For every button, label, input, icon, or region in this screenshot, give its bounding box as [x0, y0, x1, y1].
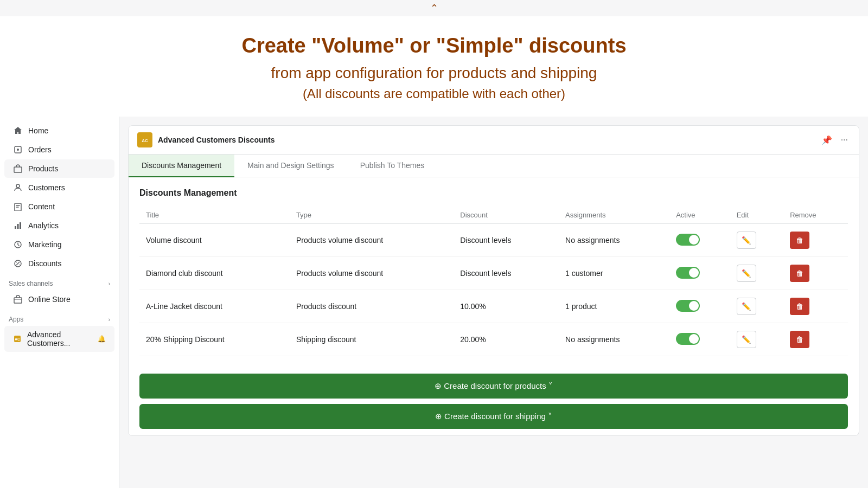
sidebar-item-analytics[interactable]: Analytics: [4, 216, 114, 235]
sidebar-item-products[interactable]: Products: [4, 159, 114, 178]
cell-discount-3: 20.00%: [454, 323, 559, 356]
tab-main-design-settings[interactable]: Main and Design Settings: [234, 155, 347, 177]
edit-button-1[interactable]: ✏️: [737, 265, 756, 282]
cell-title-1: Diamond club discount: [139, 257, 290, 290]
edit-button-0[interactable]: ✏️: [737, 232, 756, 249]
toggle-2[interactable]: [676, 300, 700, 312]
create-discount-shipping-button[interactable]: ⊕ Create discount for shipping ˅: [139, 404, 848, 429]
discounts-table: Title Type Discount Assignments Active E…: [139, 207, 848, 356]
hero-title-line2: from app configuration for products and …: [11, 65, 857, 82]
cell-active-2: [669, 290, 730, 323]
notification-bell-icon: 🔔: [98, 335, 106, 343]
discounts-icon: [13, 259, 23, 268]
analytics-icon: [13, 221, 23, 230]
create-discount-products-button[interactable]: ⊕ Create discount for products ˅: [139, 374, 848, 399]
content-icon: [13, 202, 23, 211]
sidebar-item-home[interactable]: Home: [4, 121, 114, 140]
sidebar-item-content[interactable]: Content: [4, 197, 114, 216]
chevron-icon: ›: [108, 281, 110, 287]
discounts-management-content: Discounts Management Title Type Discount…: [129, 177, 859, 367]
app-header-actions: 📌 ···: [819, 133, 850, 147]
discounts-management-title: Discounts Management: [139, 188, 848, 198]
remove-button-1[interactable]: 🗑: [790, 265, 809, 282]
toggle-1[interactable]: [676, 267, 700, 279]
edit-button-3[interactable]: ✏️: [737, 331, 756, 348]
cell-title-3: 20% Shipping Discount: [139, 323, 290, 356]
col-edit: Edit: [730, 207, 783, 224]
tab-discounts-management[interactable]: Discounts Management: [129, 155, 234, 177]
col-title: Title: [139, 207, 290, 224]
app-header: AC Advanced Customers Discounts 📌 ···: [129, 126, 859, 155]
table-row: Diamond club discount Products volume di…: [139, 257, 848, 290]
hero-section: Create "Volume" or "Simple" discounts fr…: [0, 16, 868, 117]
svg-rect-10: [14, 298, 22, 303]
cell-remove-1: 🗑: [783, 257, 848, 290]
remove-button-3[interactable]: 🗑: [790, 331, 809, 348]
toggle-3[interactable]: [676, 333, 700, 345]
sidebar-item-advanced-customers[interactable]: AC Advanced Customers... 🔔: [4, 326, 114, 352]
sidebar-item-orders[interactable]: Orders: [4, 140, 114, 159]
toggle-0[interactable]: [676, 234, 700, 246]
cell-type-0: Products volume discount: [290, 224, 454, 257]
tab-publish-themes[interactable]: Publish To Themes: [347, 155, 438, 177]
col-active: Active: [669, 207, 730, 224]
cell-remove-0: 🗑: [783, 224, 848, 257]
cell-discount-0: Discount levels: [454, 224, 559, 257]
main-layout: Home Orders Products Customers Content: [0, 117, 868, 488]
remove-button-2[interactable]: 🗑: [790, 298, 809, 315]
col-type: Type: [290, 207, 454, 224]
cell-title-2: A-Line Jacket discount: [139, 290, 290, 323]
table-row: 20% Shipping Discount Shipping discount …: [139, 323, 848, 356]
sidebar-item-marketing[interactable]: Marketing: [4, 235, 114, 254]
cell-remove-3: 🗑: [783, 323, 848, 356]
cell-edit-2: ✏️: [730, 290, 783, 323]
svg-rect-2: [14, 167, 22, 172]
cell-type-3: Shipping discount: [290, 323, 454, 356]
cell-edit-1: ✏️: [730, 257, 783, 290]
cell-type-1: Products volume discount: [290, 257, 454, 290]
edit-button-2[interactable]: ✏️: [737, 298, 756, 315]
col-remove: Remove: [783, 207, 848, 224]
home-icon: [13, 126, 23, 136]
cell-assignments-0: No assignments: [559, 224, 669, 257]
cell-assignments-2: 1 product: [559, 290, 669, 323]
cell-assignments-1: 1 customer: [559, 257, 669, 290]
sidebar-item-discounts[interactable]: Discounts: [4, 254, 114, 273]
svg-text:AC: AC: [142, 138, 148, 143]
app-icon: AC: [13, 334, 22, 344]
hero-subtitle: (All discounts are compatible with each …: [11, 86, 857, 101]
cell-discount-1: Discount levels: [454, 257, 559, 290]
sidebar-item-online-store[interactable]: Online Store: [4, 290, 114, 309]
apps-label: Apps ›: [0, 309, 119, 325]
products-icon: [13, 164, 23, 174]
app-title: Advanced Customers Discounts: [158, 136, 819, 144]
remove-button-0[interactable]: 🗑: [790, 232, 809, 249]
cell-type-2: Products discount: [290, 290, 454, 323]
svg-point-3: [16, 184, 20, 188]
cell-active-3: [669, 323, 730, 356]
app-card: AC Advanced Customers Discounts 📌 ··· Di…: [128, 125, 859, 436]
content-area: AC Advanced Customers Discounts 📌 ··· Di…: [119, 117, 868, 488]
more-options-button[interactable]: ···: [839, 133, 850, 147]
svg-rect-7: [20, 222, 21, 229]
pin-button[interactable]: 📌: [819, 133, 834, 147]
table-row: Volume discount Products volume discount…: [139, 224, 848, 257]
col-assignments: Assignments: [559, 207, 669, 224]
hero-title-line1: Create "Volume" or "Simple" discounts: [11, 33, 857, 59]
sales-channels-label: Sales channels ›: [0, 273, 119, 290]
cell-remove-2: 🗑: [783, 290, 848, 323]
marketing-icon: [13, 240, 23, 249]
action-buttons: ⊕ Create discount for products ˅ ⊕ Creat…: [129, 367, 859, 435]
tabs-bar: Discounts Management Main and Design Set…: [129, 155, 859, 177]
cell-title-0: Volume discount: [139, 224, 290, 257]
apps-chevron-icon: ›: [108, 317, 110, 323]
cell-assignments-3: No assignments: [559, 323, 669, 356]
top-chevron: ⌃: [0, 0, 868, 16]
table-row: A-Line Jacket discount Products discount…: [139, 290, 848, 323]
sidebar-item-customers[interactable]: Customers: [4, 178, 114, 197]
svg-rect-5: [15, 226, 16, 229]
store-icon: [13, 294, 23, 304]
cell-active-0: [669, 224, 730, 257]
orders-icon: [13, 145, 23, 155]
cell-edit-3: ✏️: [730, 323, 783, 356]
